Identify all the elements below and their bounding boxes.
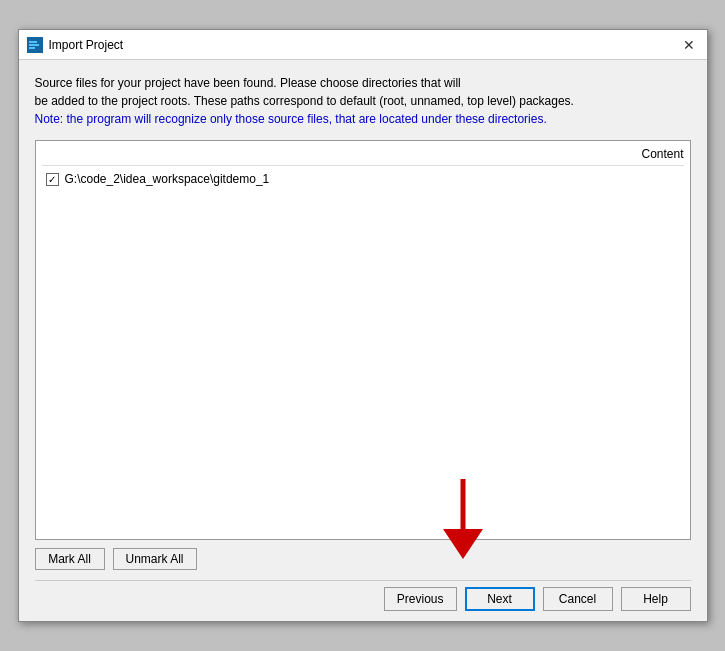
dialog-body: Source files for your project have been … [19, 60, 707, 621]
svg-rect-2 [29, 44, 39, 46]
previous-button[interactable]: Previous [384, 587, 457, 611]
desc-line2: be added to the project roots. These pat… [35, 92, 691, 110]
mark-all-button[interactable]: Mark All [35, 548, 105, 570]
list-header-content-label: Content [641, 147, 683, 161]
title-bar: Import Project ✕ [19, 30, 707, 60]
next-button[interactable]: Next [465, 587, 535, 611]
unmark-all-button[interactable]: Unmark All [113, 548, 197, 570]
list-header: Content [42, 147, 684, 166]
bottom-section: Mark All Unmark All Previous Next Cancel… [35, 540, 691, 611]
help-button[interactable]: Help [621, 587, 691, 611]
item-checkbox[interactable] [46, 173, 59, 186]
list-item: G:\code_2\idea_workspace\gitdemo_1 [42, 170, 684, 188]
dialog-icon [27, 37, 43, 53]
cancel-button[interactable]: Cancel [543, 587, 613, 611]
desc-note: Note: the program will recognize only th… [35, 110, 691, 128]
action-buttons: Previous Next Cancel Help [35, 580, 691, 611]
svg-rect-3 [29, 47, 35, 49]
title-bar-left: Import Project [27, 37, 124, 53]
mark-buttons: Mark All Unmark All [35, 548, 691, 570]
description: Source files for your project have been … [35, 74, 691, 128]
import-project-dialog: Import Project ✕ Source files for your p… [18, 29, 708, 622]
source-directory-list: Content G:\code_2\idea_workspace\gitdemo… [35, 140, 691, 540]
svg-rect-1 [29, 41, 37, 43]
item-path: G:\code_2\idea_workspace\gitdemo_1 [65, 172, 270, 186]
dialog-title: Import Project [49, 38, 124, 52]
desc-line1: Source files for your project have been … [35, 74, 691, 92]
close-button[interactable]: ✕ [679, 35, 699, 55]
